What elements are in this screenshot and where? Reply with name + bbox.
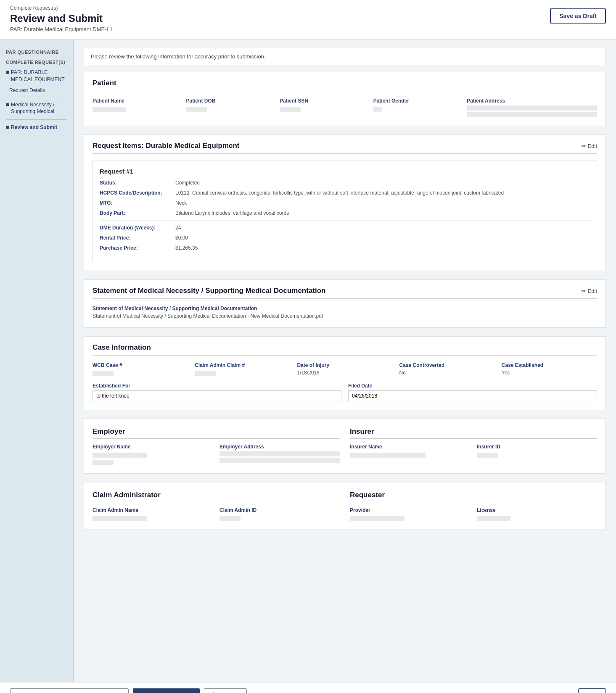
exit-button[interactable]: Exit	[578, 688, 606, 693]
request-divider	[100, 220, 590, 221]
doi-field: Date of Injury 1/18/2018	[297, 362, 392, 376]
employer-name-value2	[93, 460, 114, 465]
smd-edit-label: Edit	[588, 288, 597, 294]
request-purchase-price-row: Purchase Price: $1,265.35	[100, 245, 590, 251]
request-mtg-row: MTG: Neck	[100, 200, 590, 206]
page-subtitle: PAR: Durable Medical Equipment DME-L1	[10, 26, 113, 32]
patient-name-label: Patient Name	[93, 98, 180, 104]
preview-button[interactable]: 🔍 Preview	[204, 688, 247, 693]
insurer-grid: Insurer Name Insurer ID	[350, 444, 597, 458]
sidebar-complete-requests-label: COMPLETE REQUEST(S)	[0, 56, 73, 66]
request-hcpcs-value: L0112: Cranial cervical orthosis, congen…	[175, 190, 504, 196]
request-dme-duration-label: DME Duration (Weeks):	[100, 225, 175, 231]
patient-ssn-value	[280, 107, 301, 112]
employer-address-field: Employer Address	[219, 444, 340, 465]
request-status-row: Status: Completed	[100, 180, 590, 186]
case-established-field: Case Established Yes	[502, 362, 597, 376]
case-section: Case Information WCB Case # Claim Admin …	[84, 336, 606, 410]
insurer-col: Insurer Insurer Name Insurer ID	[350, 427, 597, 465]
employer-title: Employer	[93, 427, 340, 439]
wcb-case-field: WCB Case #	[93, 362, 188, 376]
employer-address-line2	[219, 458, 340, 463]
top-header: Complete Request(s) Review and Submit PA…	[0, 0, 616, 40]
insurer-id-field: Insurer ID	[477, 444, 597, 458]
sidebar-item-request-details[interactable]: Request Details	[0, 86, 73, 95]
request-mtg-label: MTG:	[100, 200, 175, 206]
request-number: Request #1	[100, 168, 590, 175]
request-mtg-value: Neck	[175, 200, 187, 206]
claim-admin-grid: Claim Admin Name Claim Admin ID	[93, 507, 340, 521]
claim-admin-claim-field: Claim Admin Claim #	[195, 362, 290, 376]
claim-admin-name-value	[93, 516, 147, 521]
requester-grid: Provider License	[350, 507, 597, 521]
header-left: Complete Request(s) Review and Submit PA…	[10, 5, 113, 32]
requester-license-field: License	[477, 507, 597, 521]
filed-date-label: Filed Date	[348, 383, 597, 389]
sidebar-item-medical-necessity[interactable]: Medical Necessity / Supporting Medical	[0, 99, 73, 118]
claim-admin-id-value	[219, 516, 241, 521]
filed-date-input[interactable]	[348, 390, 597, 401]
patient-address-line2	[467, 112, 597, 117]
request-dme-duration-value: 24	[175, 225, 181, 231]
case-established-value: Yes	[502, 370, 597, 376]
requester-title: Requester	[350, 491, 597, 502]
page-title: Review and Submit	[10, 13, 113, 24]
sidebar-par-dme-label: PAR: DURABLE MEDICAL EQUIPMENT	[11, 69, 67, 83]
requester-provider-value	[350, 516, 404, 521]
smd-section-title: Statement of Medical Necessity / Support…	[93, 287, 325, 295]
patient-name-value	[93, 107, 126, 112]
request-status-label: Status:	[100, 180, 175, 186]
patient-section-header: Patient	[93, 79, 597, 91]
patient-address-line1	[467, 105, 597, 111]
sidebar-item-review-submit[interactable]: Review and Submit	[0, 121, 73, 134]
back-button[interactable]: ← Medical Necessity / Supporting Medical	[10, 688, 129, 693]
request-rental-price-value: $0.00	[175, 235, 188, 241]
info-banner: Please review the following information …	[84, 48, 606, 65]
dot-icon-3	[6, 126, 9, 129]
submit-button[interactable]: Ready to Submit →	[133, 688, 200, 693]
insurer-id-label: Insurer ID	[477, 444, 597, 450]
request-rental-price-row: Rental Price: $0.00	[100, 235, 590, 241]
smd-edit-link[interactable]: ✏ Edit	[582, 288, 597, 294]
patient-dob-label: Patient DOB	[186, 98, 273, 104]
case-controverted-field: Case Controverted No	[399, 362, 495, 376]
patient-gender-value	[373, 107, 382, 112]
doi-value: 1/18/2018	[297, 370, 392, 376]
filed-date-field: Filed Date	[348, 383, 597, 401]
patient-gender-field: Patient Gender	[373, 98, 460, 117]
nav-left: ← Medical Necessity / Supporting Medical…	[10, 688, 247, 693]
request-items-title: Request Items: Durable Medical Equipment	[93, 142, 240, 150]
patient-ssn-label: Patient SSN	[280, 98, 367, 104]
established-for-input[interactable]	[93, 390, 341, 401]
wcb-case-value	[93, 371, 114, 376]
request-items-edit-link[interactable]: ✏ Edit	[582, 143, 597, 149]
insurer-name-field: Insurer Name	[350, 444, 470, 458]
dot-icon	[6, 71, 9, 74]
smd-section-header: Statement of Medical Necessity / Support…	[93, 287, 597, 299]
claim-admin-name-field: Claim Admin Name	[93, 507, 213, 521]
case-controverted-value: No	[399, 370, 495, 376]
nav-right: Exit	[578, 688, 606, 693]
sidebar: PAR QUESTIONNAIRE COMPLETE REQUEST(S) PA…	[0, 40, 74, 682]
patient-address-field: Patient Address	[467, 98, 597, 117]
info-banner-text: Please review the following information …	[91, 53, 265, 60]
employer-address-label: Employer Address	[219, 444, 340, 450]
patient-ssn-field: Patient SSN	[280, 98, 367, 117]
patient-name-field: Patient Name	[93, 98, 180, 117]
case-controverted-label: Case Controverted	[399, 362, 495, 368]
claim-admin-col: Claim Administrator Claim Admin Name Cla…	[93, 491, 340, 521]
sidebar-medical-necessity-label: Medical Necessity / Supporting Medical	[11, 101, 67, 116]
requester-col: Requester Provider License	[350, 491, 597, 521]
case-section-title: Case Information	[93, 343, 151, 352]
sidebar-par-questionnaire-label: PAR QUESTIONNAIRE	[0, 46, 73, 56]
request-items-header: Request Items: Durable Medical Equipment…	[93, 142, 597, 154]
sidebar-item-par-dme[interactable]: PAR: DURABLE MEDICAL EQUIPMENT	[0, 66, 73, 86]
established-for-field: Established For	[93, 383, 341, 401]
main-layout: PAR QUESTIONNAIRE COMPLETE REQUEST(S) PA…	[0, 40, 616, 682]
request-dme-duration-row: DME Duration (Weeks): 24	[100, 225, 590, 231]
request-items-section: Request Items: Durable Medical Equipment…	[84, 134, 606, 271]
request-rental-price-label: Rental Price:	[100, 235, 175, 241]
breadcrumb: Complete Request(s)	[10, 5, 113, 11]
claim-admin-id-label: Claim Admin ID	[219, 507, 340, 513]
save-draft-button[interactable]: Save as Draft	[550, 8, 606, 24]
